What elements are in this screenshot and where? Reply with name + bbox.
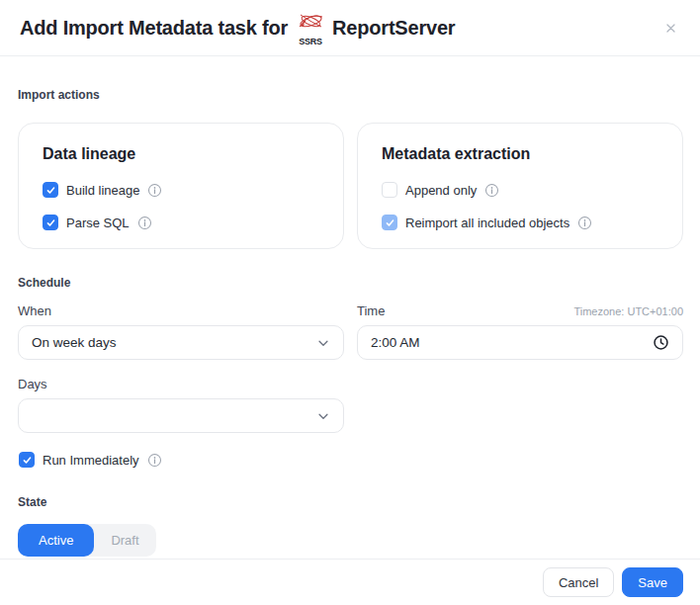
chevron-down-icon <box>316 409 330 423</box>
checkbox-row-append-only[interactable]: Append only <box>382 182 658 198</box>
checkbox-row-parse-sql[interactable]: Parse SQL <box>43 215 319 230</box>
ssrs-icon-label: SSRS <box>299 37 322 46</box>
checkbox-label: Parse SQL <box>66 216 130 230</box>
state-option-active[interactable]: Active <box>18 524 94 557</box>
days-select[interactable] <box>18 398 344 433</box>
parse-sql-checkbox[interactable] <box>43 215 58 230</box>
run-immediately-checkbox[interactable] <box>19 452 35 468</box>
import-actions-section-label: Import actions <box>18 88 683 102</box>
checkbox-row-reimport-all[interactable]: Reimport all included objects <box>382 215 658 230</box>
dialog-header: Add Import Metadata task for SSRS Report… <box>0 0 700 56</box>
card-title: Metadata extraction <box>382 143 658 165</box>
build-lineage-checkbox[interactable] <box>43 182 58 198</box>
info-icon[interactable] <box>147 183 162 198</box>
checkbox-row-build-lineage[interactable]: Build lineage <box>43 182 319 198</box>
import-actions-cards: Data lineage Build lineage Parse SQL <box>18 123 683 249</box>
info-icon[interactable] <box>577 216 592 230</box>
time-label: Time <box>357 303 385 318</box>
info-icon[interactable] <box>147 453 162 468</box>
state-section-label: State <box>18 495 683 509</box>
save-button[interactable]: Save <box>622 567 683 597</box>
checkbox-label: Run Immediately <box>43 453 139 468</box>
close-icon[interactable] <box>660 18 680 38</box>
state-option-draft[interactable]: Draft <box>94 524 155 557</box>
card-metadata-extraction: Metadata extraction Append only Reimport… <box>357 123 683 249</box>
dialog-footer: Cancel Save <box>0 559 700 605</box>
state-segmented-control: Active Draft <box>18 524 156 557</box>
checkbox-label: Append only <box>405 183 477 198</box>
clock-icon[interactable] <box>653 334 669 351</box>
schedule-section-label: Schedule <box>18 276 683 290</box>
checkbox-row-run-immediately[interactable]: Run Immediately <box>19 452 344 468</box>
ssrs-icon: SSRS <box>296 10 325 51</box>
timezone-note: Timezone: UTC+01:00 <box>573 305 683 317</box>
time-input-value: 2:00 AM <box>371 335 420 350</box>
dialog-title-text: Add Import Metadata task for <box>20 17 288 40</box>
when-select-value: On week days <box>32 335 117 350</box>
checkbox-label: Reimport all included objects <box>405 216 569 230</box>
card-title: Data lineage <box>43 143 319 165</box>
time-input[interactable]: 2:00 AM <box>357 325 683 360</box>
when-field-group: When On week days <box>18 303 344 360</box>
when-label: When <box>18 303 51 318</box>
source-name: ReportServer <box>332 17 455 40</box>
when-select[interactable]: On week days <box>18 325 344 360</box>
cancel-button[interactable]: Cancel <box>543 567 614 597</box>
dialog-title: Add Import Metadata task for SSRS Report… <box>20 4 455 51</box>
reimport-all-checkbox[interactable] <box>382 215 397 230</box>
card-data-lineage: Data lineage Build lineage Parse SQL <box>18 123 344 249</box>
days-label: Days <box>18 377 47 391</box>
dialog-body: Import actions Data lineage Build lineag… <box>0 88 700 557</box>
chevron-down-icon <box>316 336 330 350</box>
checkbox-label: Build lineage <box>66 183 139 198</box>
schedule-grid: When On week days Time Timezone: UTC+01:… <box>18 303 683 468</box>
info-icon[interactable] <box>484 183 499 198</box>
time-field-group: Time Timezone: UTC+01:00 2:00 AM <box>357 303 683 360</box>
days-field-group: Days <box>18 377 344 433</box>
info-icon[interactable] <box>137 216 152 230</box>
append-only-checkbox[interactable] <box>382 182 397 198</box>
